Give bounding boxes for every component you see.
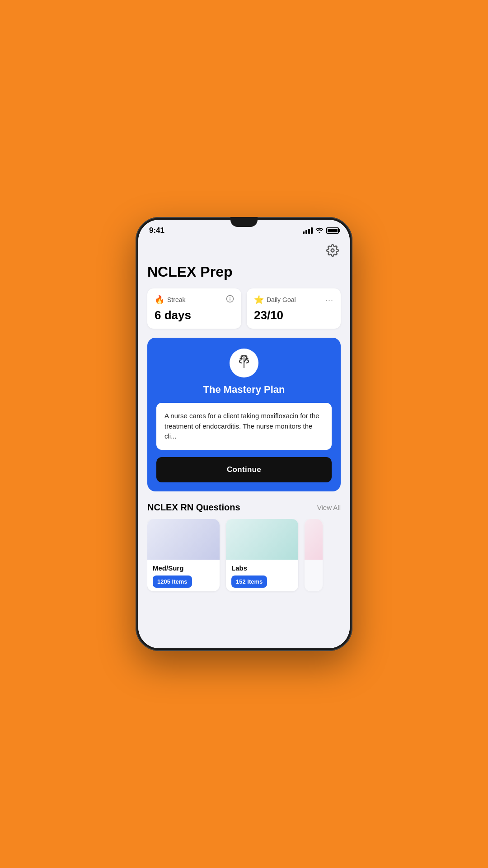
flame-icon: 🔥: [155, 295, 164, 305]
labs-name: Labs: [231, 564, 293, 572]
star-icon: ⭐: [254, 295, 264, 305]
mastery-title: The Mastery Plan: [203, 384, 285, 396]
mastery-plan-card: The Mastery Plan A nurse cares for a cli…: [147, 338, 341, 491]
nclex-section-header: NCLEX RN Questions View All: [147, 502, 341, 513]
page-title: NCLEX Prep: [147, 264, 341, 280]
phone-frame: 9:41: [136, 217, 352, 651]
daily-goal-card-header: ⭐ Daily Goal ···: [254, 295, 333, 305]
mastery-question-card[interactable]: A nurse cares for a client taking moxifl…: [156, 403, 332, 450]
medsurg-badge: 1205 Items: [153, 576, 192, 588]
category-card-extra[interactable]: [305, 519, 323, 591]
signal-icon: [303, 227, 313, 234]
main-content: NCLEX Prep 🔥 Streak: [138, 239, 350, 648]
streak-card-header: 🔥 Streak: [155, 295, 234, 305]
daily-goal-card: ⭐ Daily Goal ··· 23/10: [247, 288, 341, 329]
daily-goal-label: Daily Goal: [267, 296, 296, 303]
status-icons: [303, 227, 339, 235]
mastery-question-text: A nurse cares for a client taking moxifl…: [164, 411, 324, 442]
streak-card: 🔥 Streak 6 days: [147, 288, 241, 329]
streak-label: Streak: [167, 296, 185, 303]
labs-badge: 152 Items: [231, 576, 267, 588]
streak-value: 6 days: [155, 308, 234, 322]
app-header: [147, 239, 341, 264]
view-all-button[interactable]: View All: [317, 504, 341, 511]
notch: [230, 217, 258, 227]
status-time: 9:41: [149, 226, 164, 235]
info-icon[interactable]: [226, 295, 234, 305]
nclex-section-title: NCLEX RN Questions: [147, 502, 240, 513]
category-card-labs[interactable]: Labs 152 Items: [226, 519, 298, 591]
settings-button[interactable]: [324, 242, 341, 262]
labs-card-image: [226, 519, 298, 560]
gear-icon: [326, 246, 339, 259]
stats-row: 🔥 Streak 6 days: [147, 288, 341, 329]
phone-screen: 9:41: [138, 220, 350, 648]
medsurg-name: Med/Surg: [153, 564, 214, 572]
more-icon[interactable]: ···: [325, 295, 333, 305]
continue-button[interactable]: Continue: [156, 457, 332, 482]
battery-icon: [326, 227, 339, 234]
categories-row: Med/Surg 1205 Items Labs 152 Items: [147, 519, 341, 595]
daily-goal-value: 23/10: [254, 308, 333, 322]
medsurg-card-image: [147, 519, 220, 560]
mastery-icon-circle: [230, 349, 258, 377]
category-card-medsurg[interactable]: Med/Surg 1205 Items: [147, 519, 220, 591]
caduceus-icon: [237, 354, 251, 372]
extra-card-image: [305, 519, 323, 560]
wifi-icon: [315, 227, 324, 235]
